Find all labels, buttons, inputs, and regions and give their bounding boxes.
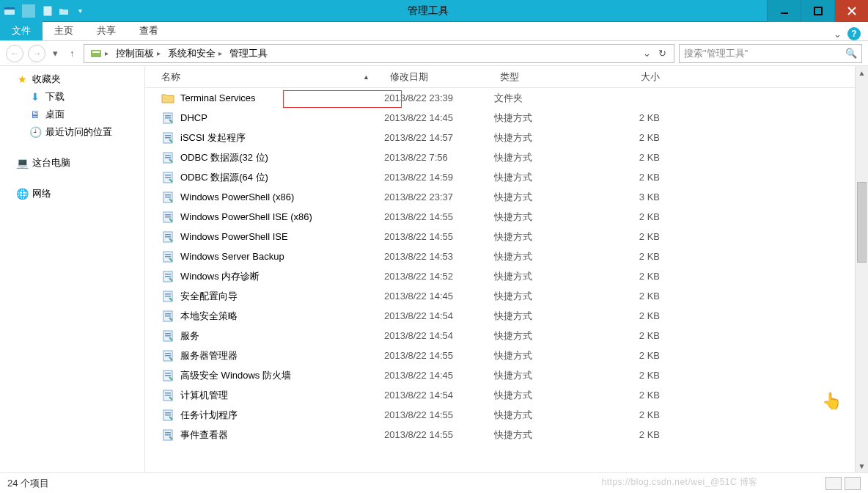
tab-share[interactable]: 共享 [85,21,128,40]
col-type[interactable]: 类型 [494,70,604,84]
close-button[interactable] [834,0,868,22]
forward-button[interactable]: → [28,45,45,62]
file-row[interactable]: iSCSI 发起程序2013/8/22 14:57快捷方式2 KB [145,128,868,147]
file-row[interactable]: Windows PowerShell (x86)2013/8/22 23:37快… [145,187,868,207]
minimize-button[interactable] [767,0,801,22]
shortcut-icon [161,428,174,442]
file-size: 2 KB [604,330,677,341]
back-button[interactable]: ← [6,45,23,62]
history-chevron-icon[interactable]: ▾ [50,48,61,59]
svg-rect-27 [165,236,171,238]
file-row[interactable]: 本地安全策略2013/8/22 14:54快捷方式2 KB [145,306,868,326]
shortcut-icon [161,151,174,164]
svg-rect-2 [44,7,51,15]
nav-recent[interactable]: 🕘最近访问的位置 [0,123,144,141]
nav-network[interactable]: 🌐网络 [0,185,144,202]
file-list: 名称▲ 修改日期 类型 大小 Terminal Services2013/8/2… [145,66,868,472]
file-row[interactable]: ODBC 数据源(32 位)2013/8/22 7:56快捷方式2 KB [145,147,868,167]
file-row[interactable]: 安全配置向导2013/8/22 14:45快捷方式2 KB [145,286,868,306]
file-row[interactable]: ODBC 数据源(64 位)2013/8/22 14:59快捷方式2 KB [145,167,868,187]
file-row[interactable]: DHCP2013/8/22 14:45快捷方式2 KB [145,108,868,128]
file-type: 快捷方式 [494,171,604,184]
file-name: 安全配置向导 [180,290,238,303]
col-date[interactable]: 修改日期 [384,70,494,84]
recent-icon: 🕘 [29,126,41,138]
col-size[interactable]: 大小 [604,70,677,84]
address-bar[interactable]: ▸ 控制面板 ▸ 系统和安全 ▸ 管理工具 ⌄ ↻ [84,44,675,63]
file-size: 2 KB [604,251,677,262]
nav-downloads[interactable]: ⬇下载 [0,88,144,106]
address-chevron-icon[interactable]: ⌄ [643,48,651,59]
star-icon: ★ [16,73,28,85]
svg-rect-32 [165,274,171,275]
svg-rect-14 [165,155,171,156]
file-type: 快捷方式 [494,191,604,204]
view-icons-button[interactable] [845,477,861,490]
file-row[interactable]: 任务计划程序2013/8/22 14:55快捷方式2 KB [145,405,868,425]
file-row[interactable]: Windows Server Backup2013/8/22 14:53快捷方式… [145,246,868,266]
file-date: 2013/8/22 14:54 [384,310,494,321]
maximize-button[interactable] [801,0,834,22]
view-details-button[interactable] [825,477,842,490]
file-row[interactable]: Windows 内存诊断2013/8/22 14:52快捷方式2 KB [145,266,868,286]
svg-rect-48 [165,375,171,376]
file-name: 服务 [180,329,199,343]
qat-chevron-icon[interactable]: ▾ [73,4,87,18]
col-name[interactable]: 名称▲ [145,70,384,84]
shortcut-icon [161,310,174,323]
help-icon[interactable]: ? [847,27,861,40]
search-box[interactable]: 搜索"管理工具" 🔍 [679,44,862,63]
file-row[interactable]: 事件查看器2013/8/22 14:55快捷方式2 KB [145,425,868,445]
file-name: Windows PowerShell ISE [180,231,288,242]
tab-home[interactable]: 主页 [43,21,85,40]
file-type: 快捷方式 [494,211,604,224]
svg-rect-39 [165,315,171,317]
file-date: 2013/8/22 14:55 [384,409,494,420]
file-row[interactable]: Terminal Services2013/8/22 23:39文件夹 [145,88,868,108]
file-size: 2 KB [604,350,677,361]
file-type: 快捷方式 [494,250,604,263]
file-tab[interactable]: 文件 [0,21,43,40]
tab-view[interactable]: 查看 [128,21,170,40]
file-row[interactable]: 服务2013/8/22 14:54快捷方式2 KB [145,326,868,346]
nav-desktop[interactable]: 🖥桌面 [0,106,144,123]
file-type: 快捷方式 [494,270,604,283]
qat-newfolder-icon[interactable] [57,4,70,18]
scroll-down-icon[interactable]: ▼ [856,459,868,472]
file-type: 快捷方式 [494,409,604,422]
search-icon[interactable]: 🔍 [845,48,857,59]
up-button[interactable]: ↑ [65,48,79,59]
file-size: 2 KB [604,409,677,420]
svg-rect-11 [165,135,171,136]
qat-properties-icon[interactable] [41,4,54,18]
file-size: 2 KB [604,271,677,282]
file-row[interactable]: Windows PowerShell ISE2013/8/22 14:55快捷方… [145,227,868,246]
ribbon-chevron-icon[interactable]: ⌄ [834,29,842,40]
svg-rect-54 [165,415,171,416]
svg-rect-47 [165,373,171,374]
breadcrumb-item[interactable]: 控制面板 ▸ [113,47,163,60]
file-date: 2013/8/22 14:55 [384,350,494,361]
file-date: 2013/8/22 14:57 [384,132,494,143]
svg-rect-8 [165,115,171,117]
file-date: 2013/8/22 14:55 [384,429,494,440]
file-name: 服务器管理器 [180,349,238,362]
nav-thispc[interactable]: 💻这台电脑 [0,154,144,172]
file-row[interactable]: Windows PowerShell ISE (x86)2013/8/22 14… [145,207,868,227]
file-row[interactable]: 计算机管理2013/8/22 14:54快捷方式2 KB [145,385,868,405]
file-row[interactable]: 高级安全 Windows 防火墙2013/8/22 14:45快捷方式2 KB [145,365,868,385]
file-row[interactable]: 服务器管理器2013/8/22 14:55快捷方式2 KB [145,346,868,365]
nav-favorites[interactable]: ★收藏夹 [0,70,144,88]
scroll-up-icon[interactable]: ▲ [856,66,868,79]
breadcrumb-item[interactable]: 管理工具 [227,47,271,60]
vertical-scrollbar[interactable]: ▲ ▼ [855,66,868,472]
file-type: 快捷方式 [494,389,604,402]
desktop-icon: 🖥 [29,109,41,120]
shortcut-icon [161,369,174,382]
refresh-icon[interactable]: ↻ [658,48,666,59]
breadcrumb-item[interactable]: 系统和安全 ▸ [165,47,225,60]
file-type: 快捷方式 [494,310,604,323]
file-size: 2 KB [604,310,677,321]
breadcrumb-root-icon[interactable]: ▸ [87,48,111,59]
svg-rect-26 [165,234,171,235]
